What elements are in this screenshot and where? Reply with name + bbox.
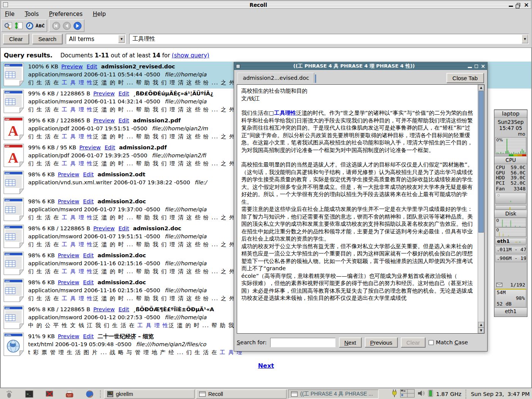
- menu-item-help[interactable]: Help: [93, 11, 106, 17]
- first-page-icon[interactable]: [51, 21, 61, 30]
- preview-link[interactable]: Preview: [58, 252, 79, 258]
- menu-item-tools[interactable]: Tools: [25, 11, 39, 17]
- xkill-icon[interactable]: [45, 390, 54, 399]
- result-relevance-size: 98% 6 KB / 1228865 B: [28, 225, 90, 231]
- maximize-icon[interactable]: [517, 3, 520, 6]
- power-plug-icon[interactable]: [391, 389, 397, 399]
- next-page-link[interactable]: Next: [258, 362, 274, 369]
- task-button[interactable]: Recoll: [196, 390, 287, 399]
- preview-link[interactable]: Preview: [58, 198, 79, 204]
- edit-link[interactable]: Edit: [83, 198, 94, 204]
- search-button[interactable]: Search: [32, 34, 63, 44]
- window-menu-icon[interactable]: [3, 2, 8, 7]
- result-relevance-size: 98% 6 KB: [28, 279, 55, 285]
- previous-page-icon[interactable]: [62, 21, 71, 30]
- match-case-checkbox[interactable]: [429, 340, 434, 345]
- snippet-post: 泛 滥 的 时 ... 帮 助 我 们 理 清 这 些 纷 ... 之 外 的: [93, 268, 244, 274]
- preview-link[interactable]: Preview: [93, 306, 114, 312]
- gkrellm-hostname: laptop: [494, 110, 527, 118]
- firefox-icon[interactable]: [85, 390, 94, 399]
- result-url: file:///home/qia: [165, 98, 207, 104]
- snippet-term: 工 具 理 性: [137, 322, 168, 328]
- result-url: file:/: [195, 179, 207, 185]
- preview-maximize-icon[interactable]: [475, 65, 478, 68]
- temperature-row: GPU56.0C: [496, 170, 526, 176]
- volume-icon[interactable]: [417, 390, 425, 398]
- preview-text[interactable]: 高校招生的社会功能和目的文/钱江我们生活在□工具理性泛滥的时代。作为“世之显学”…: [238, 86, 477, 332]
- document-history-icon[interactable]: [25, 21, 34, 30]
- next-page-icon[interactable]: [73, 21, 82, 30]
- close-icon[interactable]: ×: [524, 2, 529, 8]
- show-query-link[interactable]: (show query): [172, 52, 209, 59]
- edit-link[interactable]: Edit: [119, 306, 129, 312]
- find-input[interactable]: [270, 338, 336, 347]
- gnome-menu-icon[interactable]: [5, 390, 14, 399]
- query-input[interactable]: [129, 34, 529, 44]
- snippet-post: 泛 滥 的 时 ... 帮 助 我 们 理 清 这 些 纷 ... 之 外 的: [93, 106, 244, 112]
- result-relevance-size: 99% 6 KB / 1228865 B: [28, 90, 90, 97]
- typewriter-icon[interactable]: [65, 390, 74, 399]
- preview-link[interactable]: Preview: [58, 171, 79, 177]
- preview-tab[interactable]: admission2...evised.doc: [238, 73, 314, 83]
- chevron-down-icon[interactable]: ▼: [118, 35, 125, 43]
- query-history-chevron-icon[interactable]: ▼: [522, 35, 528, 43]
- task-label: Recoll: [208, 391, 223, 397]
- terminal-icon[interactable]: >_: [25, 390, 34, 399]
- edit-link[interactable]: Edit: [119, 117, 129, 124]
- edit-link[interactable]: Edit: [119, 90, 129, 97]
- scroll-down-icon[interactable]: ▼: [478, 328, 484, 333]
- preview-title: ((工 PHRASE 4 具 PHRASE 4 理 PHRASE 4 性)): [242, 63, 466, 70]
- sort-parameters-icon[interactable]: [14, 21, 24, 30]
- close-tab-button[interactable]: Close Tab: [446, 73, 484, 83]
- edit-link[interactable]: Edit: [83, 279, 94, 285]
- advanced-search-icon[interactable]: [3, 21, 13, 30]
- find-clear-button[interactable]: Clear: [401, 337, 425, 347]
- edit-link[interactable]: Edit: [83, 333, 94, 339]
- result-total: 14: [152, 52, 160, 59]
- result-url: file:///home/qian2/m: [152, 125, 208, 131]
- menu-item-file[interactable]: File: [5, 11, 14, 17]
- preview-titlebar[interactable]: ((工 PHRASE 4 具 PHRASE 4 理 PHRASE 4 性)) ×: [234, 62, 487, 70]
- search-mode-select[interactable]: All terms ▼: [66, 34, 126, 44]
- snippet-pre: 们 生 活 在: [28, 295, 62, 301]
- edit-link[interactable]: Edit: [83, 252, 94, 258]
- result-mimetype-date: application/pdf 2006-01-07 19:51:51 -050…: [28, 125, 147, 131]
- menu-bar: FileToolsPreferencesHelp: [1, 10, 531, 19]
- snippet-pre: 们 生 活 在: [28, 106, 62, 112]
- preview-link[interactable]: Preview: [93, 117, 114, 124]
- scrollbar-thumb[interactable]: [478, 91, 484, 233]
- find-previous-button[interactable]: Previous: [365, 337, 397, 347]
- term-explorer-icon[interactable]: ÅBĈ: [35, 21, 45, 30]
- preview-link[interactable]: Preview: [93, 225, 114, 231]
- workspace-switcher[interactable]: [400, 389, 415, 399]
- eth-panel: eth1: [496, 238, 526, 244]
- cpu-freq-icon[interactable]: [428, 390, 434, 399]
- scroll-up2-icon[interactable]: ▲: [478, 322, 484, 328]
- minimize-icon[interactable]: [509, 6, 513, 7]
- doc-file-icon: DOC: [3, 198, 28, 223]
- taskbar-clock[interactable]: Sun Sep 23, 3:47 PM: [466, 390, 530, 399]
- preview-link[interactable]: Preview: [61, 63, 82, 70]
- clear-button[interactable]: Clear: [3, 34, 29, 44]
- results-title: Query results.: [4, 52, 52, 59]
- preview-link[interactable]: Preview: [93, 90, 114, 97]
- preview-link[interactable]: Preview: [58, 333, 79, 339]
- edit-link[interactable]: Edit: [87, 63, 97, 70]
- edit-link[interactable]: Edit: [83, 171, 94, 177]
- preview-window-menu-icon[interactable]: [236, 64, 240, 68]
- edit-link[interactable]: Edit: [119, 225, 129, 231]
- preview-link[interactable]: Preview: [79, 144, 101, 150]
- find-next-button[interactable]: Next: [339, 337, 361, 347]
- preview-minimize-icon[interactable]: [468, 67, 472, 68]
- scroll-up-icon[interactable]: ▲: [478, 85, 484, 90]
- cpu-frequency: 1.87 GHz: [436, 391, 462, 397]
- snippet-term: 工 具 理 性: [62, 106, 93, 112]
- preview-link[interactable]: Preview: [58, 279, 79, 285]
- task-button[interactable]: gkrellm: [104, 390, 195, 399]
- task-button[interactable]: ((工 PHRASE 4 具 PHRASE ...: [288, 390, 378, 399]
- gkrellm-window[interactable]: laptop Sun23Sep 15:47 05 mo 0% CPU CPU59…: [494, 109, 527, 317]
- preview-close-icon[interactable]: ×: [481, 64, 485, 68]
- menu-item-preferences[interactable]: Preferences: [49, 11, 82, 17]
- preview-scrollbar[interactable]: ▲ ▲ ▼: [478, 85, 484, 333]
- edit-link[interactable]: Edit: [104, 144, 115, 150]
